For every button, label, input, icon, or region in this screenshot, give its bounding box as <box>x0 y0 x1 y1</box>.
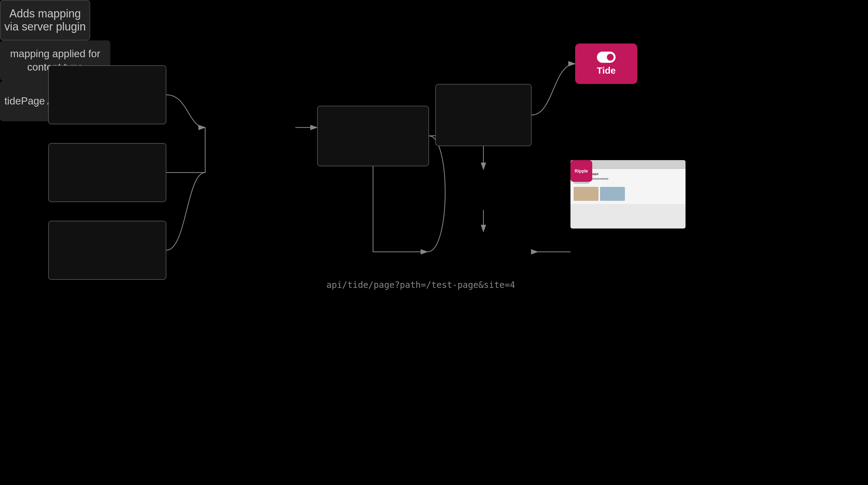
left-box-1 <box>48 65 166 124</box>
middle-box <box>317 106 429 166</box>
ripple-logo-badge: Ripple <box>570 160 592 182</box>
ripple-img-2 <box>600 187 625 201</box>
api-url-text: api/tide/page?path=/test-page&site=4 <box>327 280 515 290</box>
ripple-img-1 <box>574 187 598 201</box>
left-box-2 <box>48 143 166 202</box>
ripple-image-row <box>574 187 682 201</box>
diagram-container: Adds mapping via server plugin mapping a… <box>0 0 868 485</box>
left-box-3 <box>48 221 166 280</box>
api-url: api/tide/page?path=/test-page&site=4 <box>327 280 515 290</box>
tide-logo: Tide <box>575 43 637 84</box>
tide-logo-icon <box>597 52 616 63</box>
ripple-badge-label: Ripple <box>575 169 588 174</box>
tide-logo-label: Tide <box>597 65 616 76</box>
right-top-box <box>435 84 532 146</box>
